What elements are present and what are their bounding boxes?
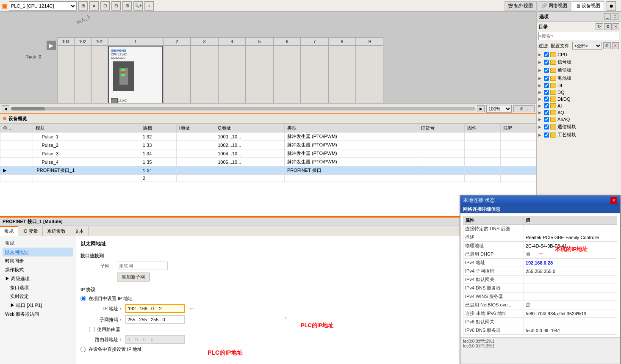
slot-102 xyxy=(74,46,91,105)
left-nav-item[interactable]: ▶ 端口 [X1 P1] xyxy=(3,301,73,310)
tree-item[interactable]: ▶ 信号板 xyxy=(538,58,619,66)
toolbar-zoom-out[interactable]: ↕ xyxy=(144,1,154,11)
tree-checkbox[interactable] xyxy=(544,124,549,130)
scroll-right-btn[interactable]: ▶ xyxy=(477,105,485,112)
tab-text[interactable]: 文本 xyxy=(70,226,89,236)
toolbar-btn-5[interactable]: ⊞ xyxy=(122,1,132,11)
zoom-select[interactable]: 100% 75% 50% 150% xyxy=(486,105,512,113)
ip-addr-input[interactable] xyxy=(125,304,185,313)
detail-header-row: 属性 值 xyxy=(463,216,617,225)
tab-io-vars[interactable]: IO 变量 xyxy=(18,226,43,236)
filter-btn-1[interactable]: ⊞ xyxy=(603,42,611,49)
add-subnet-btn[interactable]: 添加新子网 xyxy=(117,273,150,281)
left-nav-item[interactable]: 实时设定 xyxy=(3,292,73,301)
use-router-checkbox[interactable] xyxy=(89,327,94,332)
scroll-track xyxy=(11,107,475,110)
table-row[interactable]: Pulse_3 1 34 1004...10... 脉冲发生器 (PTO/PWM… xyxy=(0,149,536,158)
tab-topology[interactable]: 🕸 拓扑视图 xyxy=(505,1,537,11)
tree-checkbox[interactable] xyxy=(544,117,549,122)
toolbar-zoom-in[interactable]: 🔍+ xyxy=(133,1,143,11)
catalog-refresh-btn[interactable]: ↻ xyxy=(596,23,603,30)
table-row[interactable]: Pulse_1 1 32 1000...10... 脉冲发生器 (PTO/PWM… xyxy=(0,132,536,141)
toolbar-btn-2[interactable]: ≡ xyxy=(89,1,99,11)
tree-item[interactable]: ▶ DQ xyxy=(538,89,619,96)
tree-item[interactable]: ▶ AI/AQ xyxy=(538,116,619,123)
tree-checkbox[interactable] xyxy=(544,97,549,102)
table-row[interactable]: Pulse_2 1 33 1002...10... 脉冲发生器 (PTO/PWM… xyxy=(0,141,536,149)
slot-header-3: 3 xyxy=(191,37,218,46)
row-module: Pulse_4 xyxy=(33,158,140,166)
row-note xyxy=(500,149,536,158)
tree-checkbox[interactable] xyxy=(544,76,549,81)
rack-expand-btn[interactable]: ▶ xyxy=(47,41,56,50)
config-filter-select[interactable]: <全部> xyxy=(572,42,602,50)
tree-checkbox[interactable] xyxy=(544,103,549,108)
catalog-tree: ▶ CPU ▶ 信号板 ▶ 通信板 ▶ 电池板 ▶ DI ▶ DQ ▶ DI/D… xyxy=(538,51,619,139)
left-nav-item[interactable]: 接口选项 xyxy=(3,283,73,292)
left-nav-item[interactable]: 操作模式 xyxy=(3,265,73,274)
tree-item[interactable]: ▶ 电池板 xyxy=(538,74,619,82)
table-row[interactable]: 2 xyxy=(0,175,536,182)
folder-icon xyxy=(550,68,556,73)
left-nav-item[interactable]: Web 服务器访问 xyxy=(3,310,73,319)
plc-port-icon xyxy=(111,98,118,103)
radio-direct[interactable] xyxy=(80,347,86,352)
dialog-content: 属性 值 连接特定的 DNS 后缀 描述 Realtek PCIe GBE Fa… xyxy=(460,213,620,337)
radio-set-ip[interactable] xyxy=(80,296,86,301)
detail-property: IPv4 DNS 服务器 xyxy=(463,284,524,292)
slot-header-103: 103 xyxy=(57,37,74,46)
tree-item[interactable]: ▶ 通信模块 xyxy=(538,123,619,131)
left-nav-item[interactable]: 时间同步 xyxy=(3,256,73,265)
tree-item[interactable]: ▶ AQ xyxy=(538,109,619,116)
tree-checkbox[interactable] xyxy=(544,110,549,115)
panel-btn-2[interactable]: □ xyxy=(612,13,618,20)
row-module: PROFINET接口_1 xyxy=(33,166,140,175)
tree-item[interactable]: ▶ 工艺模块 xyxy=(538,131,619,139)
tree-checkbox[interactable] xyxy=(544,52,549,57)
table-row[interactable]: ▶ PROFINET接口_1 1 X1 PROFINET 接口 xyxy=(0,166,536,175)
filter-btn-2[interactable]: ✕ xyxy=(612,42,619,49)
panel-toggle-btn[interactable]: ◼ xyxy=(607,1,616,11)
tree-checkbox[interactable] xyxy=(544,60,549,65)
slot-header-2: 2 xyxy=(163,37,191,46)
row-note xyxy=(500,141,536,149)
catalog-search[interactable] xyxy=(538,32,619,40)
plc-slot[interactable]: SIEMENS CPU 1214CDC/DC/DC CPU 1214C xyxy=(108,46,163,105)
tree-item[interactable]: ▶ DI xyxy=(538,82,619,89)
tree-item[interactable]: ▶ DI/DQ xyxy=(538,96,619,102)
tree-checkbox[interactable] xyxy=(544,132,549,138)
toolbar-btn-1[interactable]: ⊞ xyxy=(78,1,88,11)
tab-device[interactable]: 🖥 设备视图 xyxy=(572,1,604,11)
router-addr-input[interactable] xyxy=(125,335,185,344)
tree-checkbox[interactable] xyxy=(544,83,549,88)
subnet-mask-input[interactable] xyxy=(125,315,185,324)
catalog-close-btn[interactable]: ✕ xyxy=(613,23,619,30)
left-nav-item[interactable]: ▶ 高级选项 xyxy=(3,274,73,283)
device-select[interactable]: PLC_1 [CPU 1214C] xyxy=(9,1,77,11)
tree-item[interactable]: ▶ 通信板 xyxy=(538,66,619,74)
panel-controls: _ □ xyxy=(604,13,618,20)
tree-arrow: ▶ xyxy=(538,133,543,137)
catalog-settings-btn[interactable]: ⚙ xyxy=(604,23,612,30)
zoom-fit-btn[interactable]: ⊞ ... xyxy=(513,105,535,112)
tree-checkbox[interactable] xyxy=(544,90,549,95)
top-toolbar: ▣ PLC_1 [CPU 1214C] ⊞ ≡ ⊡ ⊟ ⊞ 🔍+ ↕ 🕸 拓扑视… xyxy=(0,0,621,12)
row-note xyxy=(500,158,536,166)
filter-label: 过滤 xyxy=(538,43,548,49)
tab-network[interactable]: 🔗 网络视图 xyxy=(538,1,571,11)
left-nav-item[interactable]: 常规 xyxy=(3,239,73,248)
scroll-thumb xyxy=(11,107,45,110)
scroll-left-btn[interactable]: ◀ xyxy=(2,105,9,112)
tab-general[interactable]: 常规 xyxy=(0,226,18,236)
panel-btn-1[interactable]: _ xyxy=(604,13,611,20)
tree-checkbox[interactable] xyxy=(544,68,549,73)
folder-icon xyxy=(550,90,556,95)
dialog-close-btn[interactable]: ✕ xyxy=(610,197,617,204)
tree-item[interactable]: ▶ AI xyxy=(538,102,619,109)
toolbar-btn-4[interactable]: ⊟ xyxy=(111,1,121,11)
toolbar-btn-3[interactable]: ⊡ xyxy=(100,1,110,11)
table-row[interactable]: Pulse_4 1 35 1006...10... 脉冲发生器 (PTO/PWM… xyxy=(0,158,536,166)
tab-system-const[interactable]: 系统常数 xyxy=(43,226,70,236)
left-nav-item[interactable]: 以太网地址 xyxy=(3,248,73,256)
tree-item[interactable]: ▶ CPU xyxy=(538,51,619,58)
